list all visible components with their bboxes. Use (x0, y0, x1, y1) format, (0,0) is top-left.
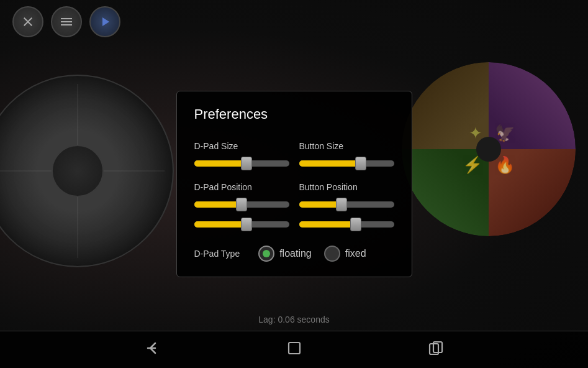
dialog-overlay: Preferences D-Pad Size Button Size (0, 0, 588, 368)
dpad-type-group: D-Pad Type floating fixed (194, 246, 394, 262)
dialog-title: Preferences (194, 106, 394, 122)
dpad-size-slider[interactable] (194, 156, 289, 171)
dpad-type-label: D-Pad Type (194, 249, 240, 259)
recents-nav-button[interactable] (427, 339, 445, 361)
button-position-slider-1[interactable] (299, 197, 394, 212)
button-size-thumb[interactable] (355, 157, 366, 170)
svg-rect-1 (289, 343, 300, 354)
dpad-pos-fill-2 (194, 221, 247, 228)
radio-floating-circle (258, 246, 274, 262)
button-size-track (299, 160, 394, 167)
radio-fixed-label: fixed (345, 248, 366, 259)
dpad-position-label: D-Pad Position (194, 182, 289, 192)
button-size-label: Button Size (299, 141, 394, 151)
btn-pos-track-2 (299, 221, 394, 228)
btn-pos-fill-1 (299, 201, 342, 208)
btn-pos-fill-2 (299, 221, 356, 228)
dpad-position-section: D-Pad Position (194, 176, 289, 237)
button-size-section: Button Size (299, 135, 394, 176)
preferences-dialog: Preferences D-Pad Size Button Size (176, 91, 412, 277)
dpad-pos-fill-1 (194, 201, 242, 208)
dpad-pos-track-1 (194, 201, 289, 208)
button-size-slider[interactable] (299, 156, 394, 171)
button-position-label: Button Position (299, 182, 394, 192)
radio-floating[interactable]: floating (258, 246, 312, 262)
back-nav-button[interactable] (144, 339, 161, 360)
radio-floating-label: floating (279, 248, 312, 259)
back-icon (144, 339, 161, 357)
dpad-size-thumb[interactable] (241, 157, 252, 170)
radio-floating-dot (263, 250, 270, 257)
lag-text: Lag: 0.06 seconds (258, 315, 329, 324)
recents-icon (427, 339, 445, 357)
dpad-position-slider-1[interactable] (194, 197, 289, 212)
btn-pos-thumb-2[interactable] (350, 218, 361, 231)
home-nav-button[interactable] (286, 339, 303, 361)
dpad-size-label: D-Pad Size (194, 141, 289, 151)
btn-pos-track-1 (299, 201, 394, 208)
button-position-slider-2[interactable] (299, 217, 394, 232)
dpad-size-section: D-Pad Size (194, 135, 289, 176)
dpad-pos-thumb-2[interactable] (241, 218, 252, 231)
dpad-pos-track-2 (194, 221, 289, 228)
radio-fixed-circle (324, 246, 340, 262)
button-position-section: Button Position (299, 176, 394, 237)
btn-pos-thumb-1[interactable] (336, 198, 347, 211)
dpad-size-fill (194, 160, 247, 167)
dpad-size-track (194, 160, 289, 167)
bottom-bar (0, 331, 588, 368)
dpad-position-slider-2[interactable] (194, 217, 289, 232)
pie-center (476, 137, 501, 162)
prefs-grid: D-Pad Size Button Size (194, 135, 394, 262)
radio-fixed[interactable]: fixed (324, 246, 366, 262)
dpad-pos-thumb-1[interactable] (236, 198, 247, 211)
button-size-fill (299, 160, 361, 167)
home-icon (286, 339, 303, 357)
